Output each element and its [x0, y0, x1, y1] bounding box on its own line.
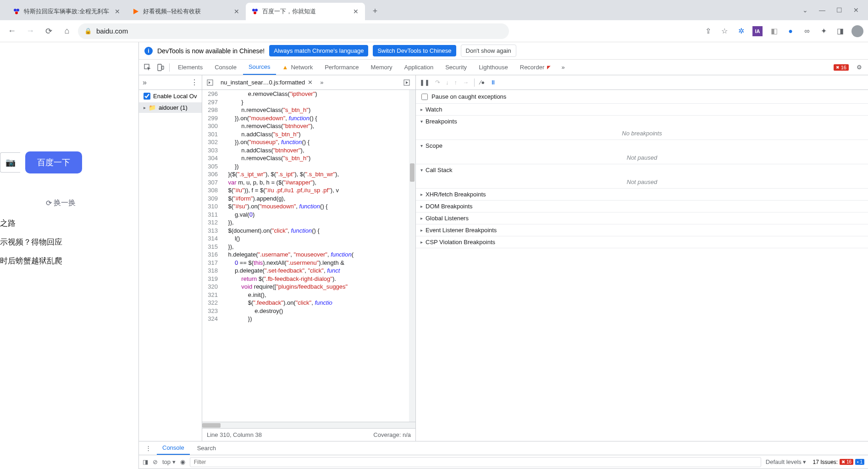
scope-section[interactable]: ScopeNot paused	[416, 140, 868, 164]
switch-chinese-button[interactable]: Switch DevTools to Chinese	[373, 45, 456, 56]
gear-icon[interactable]: ⚙	[853, 61, 865, 73]
refresh-trending-button[interactable]: ⟳ 换一换	[46, 198, 76, 208]
forward-button[interactable]: →	[23, 24, 38, 39]
error-count-badge[interactable]: 16	[834, 64, 849, 71]
extension-icon[interactable]: ●	[785, 26, 796, 36]
back-button[interactable]: ←	[5, 24, 19, 39]
tab-console[interactable]: Console	[209, 60, 242, 75]
drawer-tab-console[interactable]: Console	[157, 441, 190, 455]
inspect-icon[interactable]	[142, 61, 154, 73]
chevron-down-icon[interactable]: ⌄	[802, 6, 808, 14]
tab-network[interactable]: ▲Network	[277, 60, 319, 75]
pause-exceptions-icon[interactable]: ⏸	[490, 79, 496, 86]
news-item[interactable]: 时后螃蟹越狱乱爬	[0, 256, 62, 266]
tab-security[interactable]: Security	[440, 60, 472, 75]
reload-button[interactable]: ⟳	[41, 24, 56, 39]
enable-overrides-row[interactable]: Enable Local Ov	[139, 90, 202, 102]
enable-overrides-checkbox[interactable]	[144, 93, 150, 100]
issues-badge[interactable]: 17 Issues: ✖ 16 ▪ 1	[813, 459, 865, 465]
folder-item[interactable]: ▸ 📁 aidouer (1)	[139, 102, 202, 113]
close-icon[interactable]: ✕	[352, 8, 359, 15]
console-filter-input[interactable]	[190, 457, 761, 467]
breakpoints-section[interactable]: BreakpointsNo breakpoints	[416, 116, 868, 140]
code-content: e.removeClass("ipthover") } n.removeClas…	[221, 90, 415, 422]
news-item[interactable]: 示视频？得物回应	[0, 237, 62, 247]
kebab-icon[interactable]: ⋮	[142, 445, 155, 452]
tab-sources[interactable]: Sources	[243, 60, 276, 75]
history-icon[interactable]	[205, 79, 215, 86]
extensions-menu-icon[interactable]: ✦	[818, 26, 829, 36]
step-icon[interactable]: →	[463, 79, 469, 86]
extension-icon[interactable]: ✲	[736, 26, 746, 36]
run-snippet-icon[interactable]	[401, 79, 413, 86]
tab-lighthouse[interactable]: Lighthouse	[473, 60, 514, 75]
dont-show-button[interactable]: Don't show again	[461, 45, 516, 57]
watch-section[interactable]: Watch	[416, 104, 868, 116]
pause-checkbox[interactable]	[421, 94, 428, 100]
close-icon[interactable]: ✕	[308, 79, 313, 86]
url-field[interactable]: 🔒 baidu.com	[78, 23, 509, 39]
context-selector[interactable]: top ▾	[162, 458, 176, 465]
xhr-breakpoints-section[interactable]: XHR/fetch Breakpoints	[416, 189, 868, 201]
extension-icon[interactable]: ∞	[802, 26, 812, 36]
global-listeners-section[interactable]: Global Listeners	[416, 212, 868, 224]
tab-performance[interactable]: Performance	[319, 60, 364, 75]
match-language-button[interactable]: Always match Chrome's language	[269, 45, 368, 56]
tab-application[interactable]: Application	[399, 60, 439, 75]
horizontal-scrollbar[interactable]	[202, 422, 415, 428]
debugger-toolbar: ❚❚ ↷ ↓ ↑ → ⁄● ⏸	[416, 75, 868, 90]
pause-on-exceptions-row[interactable]: Pause on caught exceptions	[416, 90, 868, 104]
camera-icon[interactable]: 📷	[0, 152, 20, 173]
search-button[interactable]: 百度一下	[25, 151, 82, 173]
csp-breakpoints-section[interactable]: CSP Violation Breakpoints	[416, 236, 868, 248]
callstack-section[interactable]: Call StackNot paused	[416, 164, 868, 189]
browser-tab[interactable]: 特斯拉回应车辆事故:全程无刹车 ✕	[7, 3, 127, 20]
close-icon[interactable]: ✕	[233, 8, 240, 15]
tab-elements[interactable]: Elements	[172, 60, 208, 75]
browser-tab[interactable]: 好看视频--轻松有收获 ✕	[127, 3, 246, 20]
kebab-icon[interactable]: ⋮	[191, 78, 198, 87]
code-editor[interactable]: 296 297 298 299 300 301 302 303 304 305 …	[202, 90, 415, 422]
editor-status-bar: Line 310, Column 38 Coverage: n/a	[202, 428, 415, 441]
profile-avatar[interactable]	[851, 25, 863, 37]
extension-icon[interactable]: ◧	[769, 26, 779, 36]
sidebar-toggle-icon[interactable]: ◨	[143, 458, 148, 465]
language-banner: i DevTools is now available in Chinese! …	[139, 42, 868, 60]
svg-point-6	[254, 11, 256, 14]
event-listener-breakpoints-section[interactable]: Event Listener Breakpoints	[416, 224, 868, 236]
clear-console-icon[interactable]: ⊘	[153, 458, 158, 465]
close-window-icon[interactable]: ✕	[853, 6, 859, 14]
pause-icon[interactable]: ❚❚	[420, 79, 430, 86]
device-icon[interactable]	[155, 61, 166, 73]
extension-icon[interactable]: IA	[752, 26, 763, 36]
more-icon[interactable]: »	[318, 79, 325, 86]
more-tabs-icon[interactable]: »	[557, 61, 569, 73]
vertical-scrollbar[interactable]	[409, 90, 415, 422]
file-tab[interactable]: nu_instant_sear…0.js:formatted ✕	[217, 75, 316, 89]
step-over-icon[interactable]: ↷	[435, 79, 440, 86]
tab-recorder[interactable]: Recorder ◤	[514, 60, 556, 75]
step-out-icon[interactable]: ↑	[454, 79, 458, 86]
new-tab-button[interactable]: +	[368, 4, 382, 18]
bookmark-icon[interactable]: ☆	[719, 26, 730, 36]
more-icon[interactable]: »	[143, 78, 147, 87]
minimize-icon[interactable]: —	[819, 6, 825, 14]
cursor-position: Line 310, Column 38	[207, 431, 262, 438]
maximize-icon[interactable]: ☐	[836, 6, 842, 14]
tab-title: 百度一下，你就知道	[262, 7, 348, 16]
home-button[interactable]: ⌂	[60, 24, 74, 39]
live-expression-icon[interactable]: ◉	[180, 458, 185, 465]
editor-tab-bar: nu_instant_sear…0.js:formatted ✕ »	[202, 75, 415, 90]
log-levels-selector[interactable]: Default levels ▾	[766, 458, 807, 465]
dom-breakpoints-section[interactable]: DOM Breakpoints	[416, 201, 868, 212]
browser-tab-active[interactable]: 百度一下，你就知道 ✕	[246, 3, 365, 20]
svg-point-1	[17, 9, 19, 11]
step-into-icon[interactable]: ↓	[446, 79, 449, 86]
news-item[interactable]: 之路	[0, 218, 16, 229]
drawer-tab-search[interactable]: Search	[192, 441, 221, 455]
close-icon[interactable]: ✕	[114, 8, 121, 15]
share-icon[interactable]: ⇪	[703, 26, 713, 36]
tab-memory[interactable]: Memory	[365, 60, 398, 75]
deactivate-breakpoints-icon[interactable]: ⁄●	[480, 79, 485, 86]
sidepanel-icon[interactable]: ◨	[835, 26, 845, 36]
